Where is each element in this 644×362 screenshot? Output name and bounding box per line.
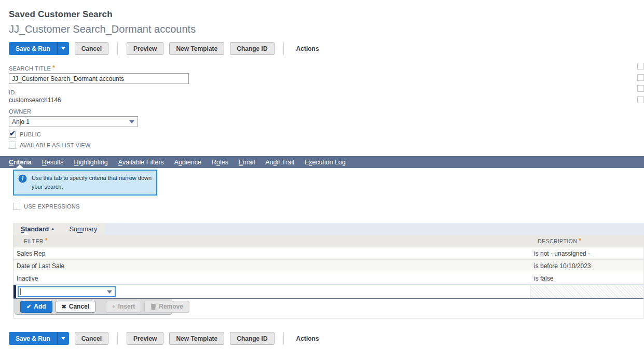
edit-toolbar-row: ✔Add ✖Cancel +Insert Remove bbox=[13, 299, 643, 318]
filter-cell: Inactive bbox=[13, 275, 530, 282]
change-id-button[interactable]: Change ID bbox=[230, 332, 274, 345]
filter-cell: Sales Rep bbox=[13, 250, 530, 257]
new-template-button[interactable]: New Template bbox=[169, 42, 224, 55]
chevron-down-icon bbox=[129, 120, 134, 123]
save-run-button[interactable]: Save & Run bbox=[9, 42, 57, 55]
page-header: Saved Customer Search JJ_Customer Search… bbox=[0, 0, 644, 35]
action-bar-top: Save & Run Cancel Preview New Template C… bbox=[9, 42, 644, 55]
remove-button-disabled: Remove bbox=[144, 301, 189, 313]
criteria-table: FILTER* DESCRIPTION* Sales Repis not - u… bbox=[13, 235, 644, 318]
save-run-menu-button[interactable] bbox=[57, 42, 69, 55]
use-expressions-label: USE EXPRESSIONS bbox=[24, 203, 80, 210]
public-label: PUBLIC bbox=[20, 131, 41, 137]
cancel-button[interactable]: Cancel bbox=[75, 332, 108, 345]
edit-description-cell-disabled bbox=[530, 285, 643, 298]
search-title-input[interactable] bbox=[9, 73, 189, 84]
description-cell: is before 10/10/2023 bbox=[530, 262, 643, 270]
filter-cell: Date of Last Sale bbox=[13, 262, 530, 270]
add-button[interactable]: ✔Add bbox=[20, 301, 52, 313]
new-template-button[interactable]: New Template bbox=[169, 332, 224, 345]
chevron-down-icon bbox=[61, 47, 65, 50]
tab-audience[interactable]: Audience bbox=[171, 159, 205, 166]
owner-select[interactable]: Anjo 1 bbox=[9, 116, 138, 127]
save-run-split-button: Save & Run bbox=[9, 42, 69, 55]
criteria-help-text: Use this tab to specify criteria that na… bbox=[32, 174, 152, 191]
edge-checkbox[interactable] bbox=[637, 96, 644, 103]
active-subtab-pointer bbox=[22, 231, 29, 235]
preview-button[interactable]: Preview bbox=[127, 42, 163, 55]
criteria-table-header: FILTER* DESCRIPTION* bbox=[13, 235, 643, 247]
criteria-row[interactable]: Sales Repis not - unassigned - bbox=[13, 247, 643, 260]
tab-results[interactable]: Results bbox=[38, 159, 67, 166]
actions-menu[interactable]: Actions bbox=[296, 335, 319, 342]
change-id-button[interactable]: Change ID bbox=[230, 42, 274, 55]
filter-combobox[interactable] bbox=[18, 286, 116, 297]
required-asterisk: * bbox=[579, 238, 581, 243]
id-label: ID bbox=[9, 89, 644, 95]
preview-button[interactable]: Preview bbox=[127, 332, 163, 345]
description-cell: is not - unassigned - bbox=[530, 250, 643, 257]
criteria-row[interactable]: Inactiveis false bbox=[13, 272, 643, 285]
divider bbox=[117, 43, 118, 55]
trash-icon bbox=[150, 303, 156, 310]
tab-audit-trail[interactable]: Audit Trail bbox=[262, 159, 298, 166]
close-icon: ✖ bbox=[62, 304, 66, 310]
criteria-edit-row bbox=[13, 285, 643, 299]
tab-highlighting[interactable]: Highlighting bbox=[70, 159, 111, 166]
edge-checkbox[interactable] bbox=[637, 85, 644, 92]
edit-row-toolbar: ✔Add ✖Cancel +Insert Remove bbox=[15, 299, 172, 315]
page-title: Saved Customer Search bbox=[9, 9, 644, 20]
owner-selected-value: Anjo 1 bbox=[9, 118, 129, 126]
insert-button-disabled: +Insert bbox=[106, 301, 141, 313]
available-as-list-view-label: AVAILABLE AS LIST VIEW bbox=[20, 142, 90, 148]
tab-execution-log[interactable]: Execution Log bbox=[301, 159, 349, 166]
edge-checkbox[interactable] bbox=[637, 63, 644, 69]
filter-column-header: FILTER* bbox=[13, 238, 530, 244]
criteria-rows: Sales Repis not - unassigned -Date of La… bbox=[13, 247, 643, 285]
active-tab-pointer bbox=[16, 164, 23, 168]
description-column-header: DESCRIPTION* bbox=[530, 238, 643, 244]
chevron-down-icon bbox=[61, 337, 65, 340]
available-as-list-view-checkbox[interactable] bbox=[9, 142, 16, 149]
description-cell: is false bbox=[530, 275, 643, 282]
check-icon: ✔ bbox=[9, 129, 16, 137]
criteria-row[interactable]: Date of Last Saleis before 10/10/2023 bbox=[13, 260, 643, 272]
subtab-bar: Standard•Summary bbox=[13, 223, 644, 235]
tab-email[interactable]: Email bbox=[235, 159, 258, 166]
divider bbox=[283, 332, 284, 345]
tab-roles[interactable]: Roles bbox=[208, 159, 232, 166]
edge-checkbox[interactable] bbox=[637, 74, 644, 81]
use-expressions-checkbox[interactable] bbox=[13, 203, 20, 210]
divider bbox=[283, 43, 284, 55]
record-name: JJ_Customer Search_Dormant accounts bbox=[9, 23, 644, 35]
required-asterisk: * bbox=[45, 238, 48, 243]
cancel-button[interactable]: Cancel bbox=[75, 42, 108, 55]
cancel-row-button[interactable]: ✖Cancel bbox=[56, 301, 96, 313]
tab-bar: CriteriaResultsHighlightingAvailable Fil… bbox=[0, 156, 644, 168]
chevron-down-icon[interactable] bbox=[107, 290, 112, 294]
saved-search-page: Saved Customer Search JJ_Customer Search… bbox=[0, 0, 644, 362]
subtab-standard[interactable]: Standard• bbox=[13, 223, 62, 235]
info-icon: i bbox=[18, 174, 28, 184]
search-title-label: SEARCH TITLE* bbox=[9, 65, 644, 72]
save-run-split-button: Save & Run bbox=[9, 332, 69, 345]
subtab-summary[interactable]: Summary bbox=[62, 223, 105, 235]
text-cursor bbox=[20, 288, 21, 295]
id-value: customsearch1146 bbox=[9, 96, 644, 104]
criteria-help-callout: i Use this tab to specify criteria that … bbox=[13, 170, 157, 196]
tab-available-filters[interactable]: Available Filters bbox=[115, 159, 168, 166]
check-icon: ✔ bbox=[26, 304, 31, 310]
save-run-button[interactable]: Save & Run bbox=[9, 332, 57, 345]
owner-label: OWNER bbox=[9, 108, 644, 115]
main-form: SEARCH TITLE* ID customsearch1146 OWNER … bbox=[9, 65, 644, 149]
action-bar-bottom: Save & Run Cancel Preview New Template C… bbox=[9, 332, 644, 345]
plus-icon: + bbox=[112, 304, 115, 310]
has-content-dot: • bbox=[51, 225, 54, 233]
edit-filter-cell bbox=[16, 285, 530, 298]
public-checkbox[interactable]: ✔ bbox=[9, 131, 16, 138]
divider bbox=[117, 332, 118, 345]
required-asterisk: * bbox=[52, 65, 55, 71]
actions-menu[interactable]: Actions bbox=[296, 45, 319, 52]
save-run-menu-button[interactable] bbox=[57, 332, 69, 345]
